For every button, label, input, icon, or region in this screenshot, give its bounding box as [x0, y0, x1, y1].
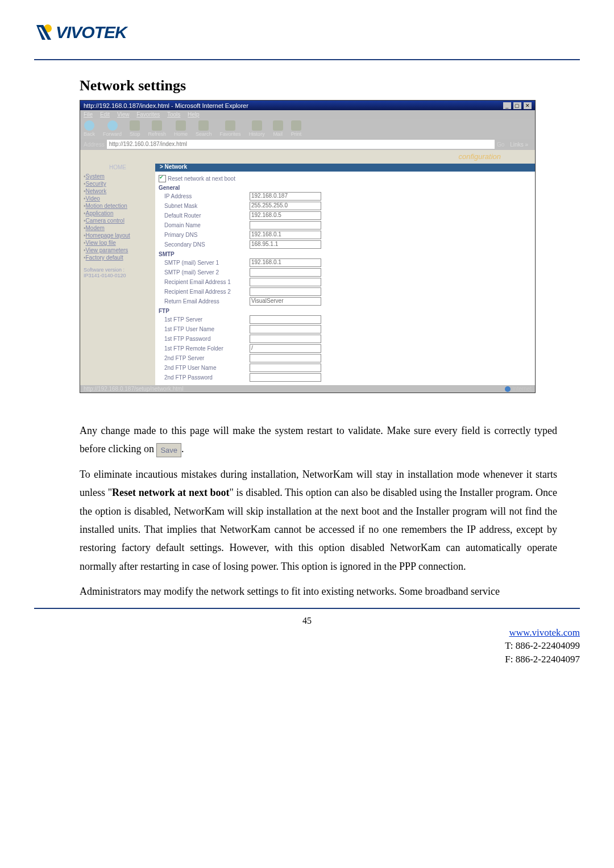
- domain-label: Domain Name: [159, 222, 250, 228]
- links-label[interactable]: Links »: [507, 141, 532, 148]
- router-input[interactable]: 192.168.0.5: [250, 211, 321, 220]
- close-icon[interactable]: ✕: [524, 102, 532, 109]
- ret-label: Return Email Address: [159, 298, 250, 304]
- brand-text: VIVOTEK: [56, 23, 127, 42]
- menu-edit[interactable]: Edit: [100, 111, 110, 118]
- history-button[interactable]: History: [249, 120, 265, 137]
- dns2-label: Secondary DNS: [159, 241, 250, 248]
- group-smtp: SMTP: [159, 251, 532, 257]
- software-version: Software version : IP3141-0140-0120: [84, 267, 152, 278]
- logo-icon: [34, 24, 53, 41]
- forward-icon: [107, 120, 118, 131]
- paragraph-2: To eliminate incautious mistakes during …: [80, 465, 557, 575]
- sidebar-item-modem[interactable]: Modem: [84, 224, 152, 232]
- window-titlebar: http://192.168.0.187/index.html - Micros…: [80, 101, 535, 110]
- rcpt1-input[interactable]: [250, 278, 321, 286]
- home-icon: [176, 120, 186, 131]
- reset-bold: Reset network at next boot: [112, 487, 230, 498]
- ftp1-input[interactable]: [250, 315, 321, 324]
- reset-label: Reset network at next boot: [168, 176, 235, 182]
- refresh-button[interactable]: Refresh: [148, 120, 167, 137]
- smtp2-input[interactable]: [250, 268, 321, 277]
- footer-url[interactable]: www.vivotek.com: [509, 627, 580, 638]
- stop-button[interactable]: Stop: [130, 120, 140, 137]
- dns1-label: Primary DNS: [159, 232, 250, 238]
- status-url: http://192.168.0.187/setup/network.html: [84, 386, 184, 392]
- group-general: General: [159, 185, 532, 191]
- mask-input[interactable]: 255.255.255.0: [250, 202, 321, 210]
- maximize-icon[interactable]: ▢: [513, 102, 521, 109]
- go-button[interactable]: Go: [497, 141, 504, 148]
- sidebar-item-camera[interactable]: Camera control: [84, 217, 152, 224]
- sidebar-item-network[interactable]: Network: [84, 187, 152, 195]
- section-heading: Network settings: [80, 77, 557, 94]
- address-bar: Address http://192.160.0.187/index.html …: [80, 139, 535, 150]
- sidebar-item-video[interactable]: Video: [84, 195, 152, 202]
- menu-file[interactable]: File: [84, 111, 93, 118]
- address-label: Address: [84, 141, 105, 148]
- sidebar-item-security[interactable]: Security: [84, 180, 152, 187]
- favorites-icon: [225, 120, 235, 131]
- minimize-icon[interactable]: _: [503, 102, 511, 109]
- domain-input[interactable]: [250, 221, 321, 229]
- menu-help[interactable]: Help: [188, 111, 200, 118]
- ftp2-label: 2nd FTP Server: [159, 355, 250, 361]
- network-panel: Reset network at next boot General IP Ad…: [155, 164, 535, 385]
- ftpu1-label: 1st FTP User Name: [159, 326, 250, 332]
- history-icon: [252, 120, 262, 131]
- rcpt1-label: Recipient Email Address 1: [159, 279, 250, 285]
- home-button[interactable]: Home: [174, 120, 188, 137]
- sidebar-home[interactable]: HOME: [84, 164, 152, 170]
- dns1-input[interactable]: 192.168.0.1: [250, 231, 321, 239]
- ftpf1-input[interactable]: /: [250, 344, 321, 353]
- smtp2-label: SMTP (mail) Server 2: [159, 269, 250, 276]
- search-button[interactable]: Search: [196, 120, 212, 137]
- smtp1-input[interactable]: 192.168.0.1: [250, 258, 321, 267]
- sidebar-item-viewparams[interactable]: View parameters: [84, 247, 152, 254]
- ftp2-input[interactable]: [250, 354, 321, 362]
- reset-checkbox[interactable]: [159, 175, 166, 182]
- sidebar-item-factory[interactable]: Factory default: [84, 254, 152, 261]
- ip-input[interactable]: 192.168.0.187: [250, 192, 321, 201]
- config-header: configuration: [155, 150, 535, 164]
- back-button[interactable]: Back: [84, 120, 95, 137]
- brand-logo: VIVOTEK: [34, 23, 580, 42]
- menu-favorites[interactable]: Favorites: [136, 111, 160, 118]
- browser-screenshot: http://192.168.0.187/index.html - Micros…: [80, 100, 536, 393]
- smtp1-label: SMTP (mail) Server 1: [159, 260, 250, 266]
- sidebar-item-system[interactable]: System: [84, 173, 152, 180]
- sidebar-item-motion[interactable]: Motion detection: [84, 202, 152, 210]
- sidebar-item-viewlog[interactable]: View log file: [84, 239, 152, 247]
- router-label: Default Router: [159, 212, 250, 219]
- search-icon: [198, 120, 209, 131]
- top-rule: [34, 59, 580, 60]
- mail-button[interactable]: Mail: [273, 120, 283, 137]
- footer-fax: F: 886-2-22404097: [505, 654, 580, 665]
- save-button-inline: Save: [156, 443, 181, 457]
- ftpp2-label: 2nd FTP Password: [159, 374, 250, 381]
- forward-button[interactable]: Forward: [103, 120, 122, 137]
- address-input[interactable]: http://192.160.0.187/index.html: [107, 140, 495, 149]
- rcpt2-label: Recipient Email Address 2: [159, 289, 250, 295]
- window-title: http://192.168.0.187/index.html - Micros…: [84, 102, 248, 109]
- ip-label: IP Address: [159, 193, 250, 199]
- paragraph-3: Administrators may modify the network se…: [80, 582, 557, 600]
- ftpp2-input[interactable]: [250, 373, 321, 382]
- rcpt2-input[interactable]: [250, 287, 321, 296]
- page-number: 45: [34, 616, 580, 626]
- ftpf1-label: 1st FTP Remote Folder: [159, 345, 250, 352]
- ftpu2-input[interactable]: [250, 364, 321, 372]
- dns2-input[interactable]: 168.95.1.1: [250, 240, 321, 249]
- globe-icon: [505, 386, 511, 392]
- ret-input[interactable]: VisualServer: [250, 297, 321, 306]
- menu-view[interactable]: View: [117, 111, 130, 118]
- favorites-button[interactable]: Favorites: [220, 120, 241, 137]
- print-button[interactable]: Print: [291, 120, 302, 137]
- ftpu1-input[interactable]: [250, 325, 321, 333]
- sidebar-item-homepage[interactable]: Homepage layout: [84, 232, 152, 239]
- ftpp1-input[interactable]: [250, 335, 321, 343]
- ftp1-label: 1st FTP Server: [159, 316, 250, 323]
- sidebar-item-application[interactable]: Application: [84, 210, 152, 217]
- menu-tools[interactable]: Tools: [167, 111, 180, 118]
- browser-toolbar: Back Forward Stop Refresh Home Search Fa…: [80, 119, 535, 139]
